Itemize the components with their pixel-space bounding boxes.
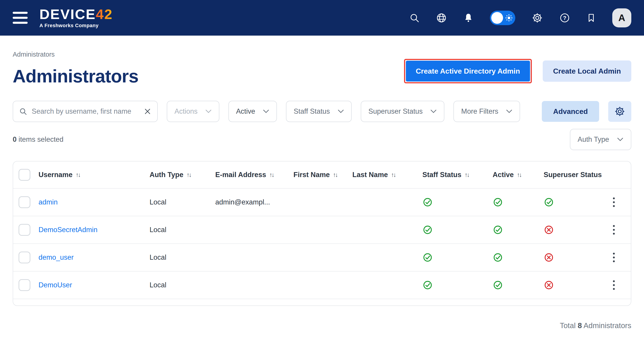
auth-type-cell: Local — [150, 198, 215, 206]
selected-label: items selected — [16, 135, 64, 143]
toggle-knob — [491, 12, 503, 24]
gear-icon — [614, 106, 626, 117]
sort-icon: ↑↓ — [391, 171, 396, 178]
chevron-down-icon — [430, 109, 437, 113]
column-header-last-name[interactable]: Last Name↑↓ — [352, 171, 419, 179]
breadcrumb[interactable]: Administrators — [13, 51, 631, 58]
username-link[interactable]: admin — [38, 198, 150, 206]
table-settings-button[interactable] — [608, 101, 631, 122]
search-input[interactable] — [32, 107, 139, 115]
items-selected-text: 0 items selected — [13, 135, 64, 144]
auth-type-cell: Local — [150, 226, 215, 234]
top-navbar: DEVICE42 A Freshworks Company — [0, 0, 644, 36]
logo-number: 42 — [96, 6, 113, 22]
active-status-icon — [490, 197, 540, 207]
svg-text:?: ? — [563, 15, 566, 21]
chevron-down-icon — [205, 109, 212, 113]
table-header-row: Username↑↓ Auth Type↑↓ E-mail Address↑↓ … — [13, 161, 631, 188]
active-status-icon — [490, 280, 540, 290]
table-row: DemoSecretAdmin Local — [13, 216, 631, 243]
row-checkbox[interactable] — [18, 224, 30, 236]
row-checkbox[interactable] — [18, 252, 30, 263]
username-link[interactable]: DemoSecretAdmin — [38, 226, 150, 234]
administrators-table: Username↑↓ Auth Type↑↓ E-mail Address↑↓ … — [13, 161, 631, 306]
total-count: 8 — [578, 321, 582, 330]
column-header-username[interactable]: Username↑↓ — [38, 171, 150, 179]
sort-icon: ↑↓ — [270, 171, 274, 178]
active-filter-label: Active — [236, 107, 255, 115]
sun-icon — [505, 14, 513, 22]
chevron-down-icon — [617, 137, 624, 142]
administrators-page: DEVICE42 A Freshworks Company — [0, 0, 644, 346]
search-icon — [19, 107, 27, 115]
bookmark-icon[interactable] — [586, 13, 596, 23]
staff-status-label: Staff Status — [294, 107, 330, 115]
row-actions-kebab-icon[interactable] — [607, 193, 621, 211]
column-header-active[interactable]: Active↑↓ — [490, 171, 540, 179]
auth-type-cell: Local — [150, 281, 215, 289]
active-status-icon — [490, 225, 540, 235]
superuser-status-dropdown[interactable]: Superuser Status — [361, 101, 444, 122]
row-checkbox[interactable] — [18, 196, 30, 208]
superuser-status-icon — [540, 280, 607, 290]
clear-search-icon[interactable] — [144, 108, 151, 115]
help-icon[interactable]: ? — [559, 12, 570, 23]
row-checkbox[interactable] — [18, 279, 30, 291]
hamburger-menu-icon[interactable] — [13, 12, 28, 24]
column-header-auth-type[interactable]: Auth Type↑↓ — [150, 171, 215, 179]
column-header-email[interactable]: E-mail Address↑↓ — [215, 171, 294, 179]
navbar-actions: ? A — [409, 8, 631, 27]
selection-row: 0 items selected Auth Type — [13, 129, 631, 150]
username-link[interactable]: demo_user — [38, 253, 150, 262]
row-actions-kebab-icon[interactable] — [607, 248, 621, 267]
active-status-icon — [490, 252, 540, 263]
staff-status-dropdown[interactable]: Staff Status — [286, 101, 352, 122]
sort-icon: ↑↓ — [464, 171, 469, 178]
staff-status-icon — [419, 225, 490, 235]
auth-type-label: Auth Type — [578, 135, 609, 144]
select-all-checkbox[interactable] — [18, 169, 30, 181]
gear-icon[interactable] — [532, 12, 543, 23]
search-icon[interactable] — [409, 13, 420, 23]
search-box[interactable] — [13, 101, 158, 122]
superuser-status-icon — [540, 225, 607, 235]
advanced-button[interactable]: Advanced — [542, 101, 599, 122]
column-header-first-name[interactable]: First Name↑↓ — [294, 171, 352, 179]
device42-logo[interactable]: DEVICE42 A Freshworks Company — [40, 7, 113, 28]
globe-icon[interactable] — [436, 12, 447, 23]
chevron-down-icon — [506, 109, 512, 113]
sort-icon: ↑↓ — [333, 171, 337, 178]
username-link[interactable]: DemoUser — [38, 281, 150, 289]
sort-icon: ↑↓ — [76, 171, 80, 178]
active-filter-dropdown[interactable]: Active — [228, 101, 277, 122]
staff-status-icon — [419, 280, 490, 290]
avatar[interactable]: A — [612, 8, 631, 27]
column-header-superuser-status: Superuser Status — [540, 171, 607, 179]
auth-type-cell: Local — [150, 253, 215, 262]
logo-text: DEVICE — [40, 6, 96, 22]
sort-icon: ↑↓ — [517, 171, 521, 178]
auth-type-dropdown[interactable]: Auth Type — [570, 129, 631, 150]
actions-dropdown[interactable]: Actions — [167, 101, 219, 122]
row-actions-kebab-icon[interactable] — [607, 221, 621, 239]
total-count-text: Total 8 Administrators — [13, 321, 631, 330]
email-cell: admin@exampl... — [215, 198, 294, 206]
theme-toggle[interactable] — [490, 11, 515, 25]
table-row: DemoUser Local — [13, 271, 631, 299]
create-active-directory-admin-button[interactable]: Create Active Directory Admin — [406, 61, 530, 81]
filter-toolbar: Actions Active Staff Status Superuser St… — [13, 101, 631, 122]
column-header-staff-status[interactable]: Staff Status↑↓ — [419, 171, 490, 179]
table-row: admin Local admin@exampl... — [13, 188, 631, 216]
page-head: Administrators Administrators Create Act… — [0, 36, 644, 87]
table-row-partial — [13, 299, 631, 306]
chevron-down-icon — [263, 109, 269, 113]
chevron-down-icon — [338, 109, 344, 113]
bell-icon[interactable] — [463, 13, 474, 23]
more-filters-dropdown[interactable]: More Filters — [454, 101, 520, 122]
row-actions-kebab-icon[interactable] — [607, 276, 621, 294]
logo-subtitle: A Freshworks Company — [40, 23, 113, 28]
staff-status-icon — [419, 197, 490, 207]
superuser-status-label: Superuser Status — [368, 107, 423, 115]
staff-status-icon — [419, 252, 490, 263]
create-local-admin-button[interactable]: Create Local Admin — [543, 60, 631, 82]
